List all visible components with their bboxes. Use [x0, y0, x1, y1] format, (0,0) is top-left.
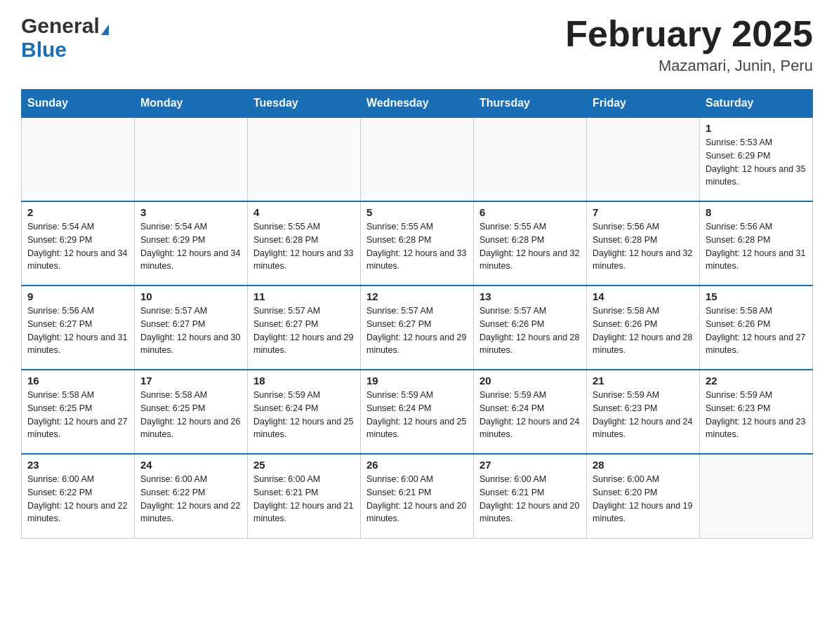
- calendar-week-row: 16Sunrise: 5:58 AMSunset: 6:25 PMDayligh…: [22, 370, 813, 454]
- day-number: 26: [366, 459, 468, 471]
- day-info-text: Sunset: 6:27 PM: [366, 318, 468, 331]
- day-number: 20: [479, 375, 581, 387]
- day-info-text: Sunset: 6:28 PM: [593, 234, 694, 247]
- day-info-text: Daylight: 12 hours and 32 minutes.: [479, 247, 581, 274]
- day-info-text: Sunset: 6:21 PM: [479, 486, 581, 499]
- day-info-text: Sunrise: 6:00 AM: [253, 473, 355, 486]
- day-info-text: Daylight: 12 hours and 32 minutes.: [593, 247, 694, 274]
- day-number: 11: [253, 290, 355, 302]
- table-row: 20Sunrise: 5:59 AMSunset: 6:24 PMDayligh…: [474, 370, 587, 454]
- day-number: 19: [366, 375, 468, 387]
- calendar-table: Sunday Monday Tuesday Wednesday Thursday…: [21, 89, 813, 539]
- day-info-text: Daylight: 12 hours and 34 minutes.: [140, 247, 241, 274]
- table-row: 22Sunrise: 5:59 AMSunset: 6:23 PMDayligh…: [700, 370, 813, 454]
- table-row: [361, 117, 474, 201]
- col-tuesday: Tuesday: [248, 90, 361, 118]
- table-row: 11Sunrise: 5:57 AMSunset: 6:27 PMDayligh…: [248, 286, 361, 370]
- day-info-text: Sunrise: 6:00 AM: [366, 473, 468, 486]
- day-info-text: Sunset: 6:29 PM: [27, 234, 128, 247]
- day-info-text: Daylight: 12 hours and 28 minutes.: [479, 331, 581, 358]
- day-info-text: Sunrise: 5:59 AM: [593, 389, 694, 402]
- day-info-text: Sunset: 6:25 PM: [140, 402, 241, 415]
- month-title: February 2025: [565, 14, 813, 54]
- day-number: 9: [27, 290, 128, 302]
- day-info-text: Sunset: 6:27 PM: [27, 318, 128, 331]
- day-info-text: Sunset: 6:27 PM: [253, 318, 355, 331]
- day-number: 3: [140, 206, 241, 218]
- day-info-text: Sunrise: 5:59 AM: [253, 389, 355, 402]
- day-info-text: Sunrise: 5:57 AM: [140, 304, 241, 318]
- table-row: 5Sunrise: 5:55 AMSunset: 6:28 PMDaylight…: [361, 201, 474, 286]
- title-area: February 2025 Mazamari, Junin, Peru: [565, 14, 813, 75]
- day-info-text: Sunset: 6:24 PM: [479, 402, 581, 415]
- day-info-text: Sunrise: 5:58 AM: [593, 304, 694, 318]
- day-info-text: Daylight: 12 hours and 31 minutes.: [706, 247, 807, 274]
- table-row: 25Sunrise: 6:00 AMSunset: 6:21 PMDayligh…: [248, 454, 361, 538]
- day-number: 6: [479, 206, 581, 218]
- table-row: 14Sunrise: 5:58 AMSunset: 6:26 PMDayligh…: [587, 286, 700, 370]
- day-info-text: Sunrise: 5:58 AM: [706, 304, 807, 318]
- day-info-text: Daylight: 12 hours and 30 minutes.: [140, 331, 241, 358]
- table-row: 3Sunrise: 5:54 AMSunset: 6:29 PMDaylight…: [135, 201, 248, 286]
- day-info-text: Daylight: 12 hours and 21 minutes.: [253, 499, 355, 526]
- day-number: 8: [706, 206, 807, 218]
- table-row: 19Sunrise: 5:59 AMSunset: 6:24 PMDayligh…: [361, 370, 474, 454]
- day-info-text: Sunrise: 5:53 AM: [706, 136, 807, 149]
- logo: General Blue: [21, 14, 109, 62]
- day-number: 4: [253, 206, 355, 218]
- logo-triangle-icon: [101, 25, 109, 35]
- day-info-text: Daylight: 12 hours and 23 minutes.: [706, 415, 807, 442]
- day-info-text: Sunset: 6:29 PM: [706, 149, 807, 163]
- table-row: 27Sunrise: 6:00 AMSunset: 6:21 PMDayligh…: [474, 454, 587, 538]
- day-number: 15: [706, 290, 807, 302]
- day-number: 7: [593, 206, 694, 218]
- day-number: 25: [253, 459, 355, 471]
- table-row: [587, 117, 700, 201]
- table-row: 21Sunrise: 5:59 AMSunset: 6:23 PMDayligh…: [587, 370, 700, 454]
- day-info-text: Sunrise: 5:54 AM: [140, 220, 241, 234]
- day-info-text: Sunset: 6:28 PM: [366, 234, 468, 247]
- day-info-text: Sunset: 6:29 PM: [140, 234, 241, 247]
- table-row: 12Sunrise: 5:57 AMSunset: 6:27 PMDayligh…: [361, 286, 474, 370]
- day-number: 24: [140, 459, 241, 471]
- day-info-text: Sunset: 6:26 PM: [593, 318, 694, 331]
- day-info-text: Sunrise: 5:54 AM: [27, 220, 128, 234]
- day-info-text: Daylight: 12 hours and 22 minutes.: [140, 499, 241, 526]
- day-info-text: Sunset: 6:22 PM: [140, 486, 241, 499]
- day-info-text: Sunrise: 6:00 AM: [593, 473, 694, 486]
- table-row: 16Sunrise: 5:58 AMSunset: 6:25 PMDayligh…: [22, 370, 135, 454]
- table-row: [248, 117, 361, 201]
- day-info-text: Sunset: 6:23 PM: [593, 402, 694, 415]
- day-info-text: Sunrise: 5:55 AM: [479, 220, 581, 234]
- day-number: 5: [366, 206, 468, 218]
- day-info-text: Daylight: 12 hours and 28 minutes.: [593, 331, 694, 358]
- day-info-text: Daylight: 12 hours and 24 minutes.: [593, 415, 694, 442]
- day-info-text: Sunset: 6:28 PM: [706, 234, 807, 247]
- day-info-text: Sunset: 6:26 PM: [479, 318, 581, 331]
- day-number: 13: [479, 290, 581, 302]
- table-row: 10Sunrise: 5:57 AMSunset: 6:27 PMDayligh…: [135, 286, 248, 370]
- day-info-text: Daylight: 12 hours and 20 minutes.: [479, 499, 581, 526]
- table-row: 13Sunrise: 5:57 AMSunset: 6:26 PMDayligh…: [474, 286, 587, 370]
- table-row: 8Sunrise: 5:56 AMSunset: 6:28 PMDaylight…: [700, 201, 813, 286]
- day-number: 21: [593, 375, 694, 387]
- table-row: 23Sunrise: 6:00 AMSunset: 6:22 PMDayligh…: [22, 454, 135, 538]
- table-row: 26Sunrise: 6:00 AMSunset: 6:21 PMDayligh…: [361, 454, 474, 538]
- table-row: 28Sunrise: 6:00 AMSunset: 6:20 PMDayligh…: [587, 454, 700, 538]
- table-row: 15Sunrise: 5:58 AMSunset: 6:26 PMDayligh…: [700, 286, 813, 370]
- day-info-text: Sunset: 6:27 PM: [140, 318, 241, 331]
- day-number: 14: [593, 290, 694, 302]
- logo-bottom-line: Blue: [21, 38, 67, 62]
- day-info-text: Sunset: 6:25 PM: [27, 402, 128, 415]
- day-info-text: Sunrise: 5:55 AM: [366, 220, 468, 234]
- day-info-text: Daylight: 12 hours and 22 minutes.: [27, 499, 128, 526]
- day-info-text: Daylight: 12 hours and 27 minutes.: [706, 331, 807, 358]
- day-info-text: Daylight: 12 hours and 20 minutes.: [366, 499, 468, 526]
- day-number: 12: [366, 290, 468, 302]
- day-info-text: Sunset: 6:21 PM: [366, 486, 468, 499]
- table-row: [135, 117, 248, 201]
- day-number: 28: [593, 459, 694, 471]
- day-info-text: Sunset: 6:24 PM: [253, 402, 355, 415]
- calendar-week-row: 2Sunrise: 5:54 AMSunset: 6:29 PMDaylight…: [22, 201, 813, 286]
- day-info-text: Sunset: 6:24 PM: [366, 402, 468, 415]
